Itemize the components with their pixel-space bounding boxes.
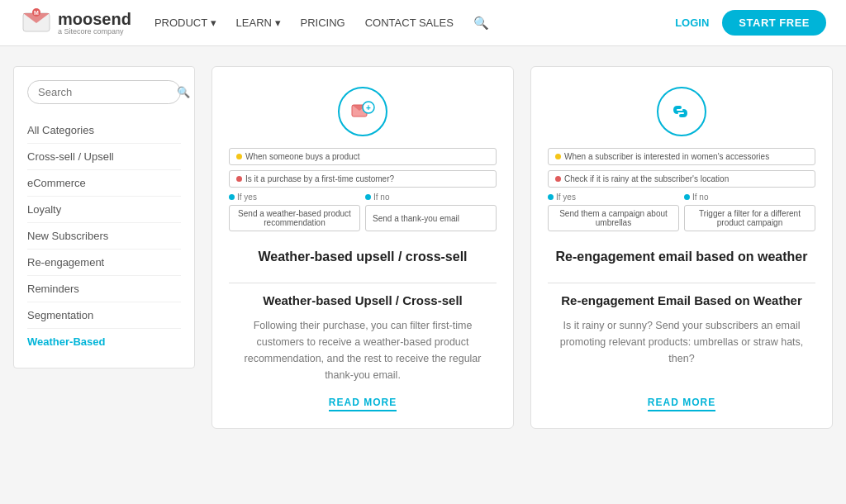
card-read-more-wrap-1: READ MORE [229, 383, 497, 411]
nav-links: PRODUCT ▾ LEARN ▾ PRICING CONTACT SALES … [154, 16, 675, 31]
nav-learn[interactable]: LEARN ▾ [236, 17, 281, 29]
search-input[interactable] [38, 86, 177, 98]
dot-yellow-2 [555, 154, 561, 159]
diag-bottom-yes-1: Send a weather-based product recommendat… [229, 205, 360, 231]
nav-product[interactable]: PRODUCT ▾ [154, 17, 216, 29]
diag-bottom-no-2: Trigger a filter for a different product… [684, 205, 815, 231]
diag-bottom-yes-2: Send them a campaign about umbrellas [548, 205, 679, 231]
logo-sub: a Sitecore company [58, 27, 131, 36]
dot-red-2 [555, 176, 561, 182]
category-all[interactable]: All Categories [27, 117, 181, 144]
link-icon [669, 99, 694, 124]
diag-box-top-1: When someone buys a product [229, 148, 497, 165]
dot-yellow-1 [236, 154, 242, 159]
card-divider-2 [548, 283, 815, 283]
category-ecommerce[interactable]: eCommerce [27, 170, 181, 197]
card-subtitle-1: Weather-based Upsell / Cross-sell [229, 292, 497, 309]
nav-pricing[interactable]: PRICING [301, 17, 345, 29]
card-subtitle-2: Re-engagement Email Based on Weather [548, 292, 815, 309]
card-diagram-1: + When someone buys a product Is it a pu… [229, 87, 497, 236]
diag-box-mid-1: Is it a purchase by a first-time custome… [229, 170, 497, 188]
logo[interactable]: M moosend a Sitecore company [20, 7, 131, 40]
category-new-subscribers[interactable]: New Subscribers [27, 223, 181, 250]
category-crosssell[interactable]: Cross-sell / Upsell [27, 144, 181, 170]
main-container: 🔍 All Categories Cross-sell / Upsell eCo… [0, 46, 846, 449]
logo-icon: M [20, 7, 53, 40]
diag-bottom-no-1: Send a thank-you email [365, 205, 497, 231]
branch-no-2: If no [684, 193, 815, 202]
sidebar: 🔍 All Categories Cross-sell / Upsell eCo… [13, 66, 195, 368]
branch-yes-1: If yes [229, 193, 360, 202]
navbar: M moosend a Sitecore company PRODUCT ▾ L… [0, 0, 846, 46]
card-desc-1: Following their purchase, you can filter… [229, 317, 497, 383]
letter-icon: + [350, 99, 375, 124]
category-weather[interactable]: Weather-Based [27, 329, 181, 354]
diag-box-top-2: When a subscriber is interested in women… [548, 148, 815, 165]
read-more-link-1[interactable]: READ MORE [329, 397, 397, 411]
branch-yes-2: If yes [548, 193, 679, 202]
diag-box-mid-2: Check if it is rainy at the subscriber's… [548, 170, 815, 188]
logo-text: moosend [58, 10, 131, 28]
card-diagram-boxes-1: When someone buys a product Is it a purc… [229, 148, 497, 236]
nav-right: LOGIN START FREE [675, 10, 826, 36]
card-title-1: Weather-based upsell / cross-sell [229, 248, 497, 266]
login-link[interactable]: LOGIN [675, 17, 709, 29]
start-free-button[interactable]: START FREE [722, 10, 826, 36]
card-divider-1 [229, 283, 497, 283]
category-list: All Categories Cross-sell / Upsell eComm… [27, 117, 181, 354]
cards-area: + When someone buys a product Is it a pu… [212, 66, 833, 429]
nav-contact[interactable]: CONTACT SALES [365, 17, 454, 29]
category-reminders[interactable]: Reminders [27, 276, 181, 302]
card-icon-2 [657, 87, 706, 136]
svg-text:M: M [34, 10, 39, 16]
card-title-2: Re-engagement email based on weather [548, 248, 815, 266]
read-more-link-2[interactable]: READ MORE [648, 397, 715, 411]
dot-red-1 [236, 176, 242, 182]
card-diagram-boxes-2: When a subscriber is interested in women… [548, 148, 815, 236]
card-icon-1: + [338, 87, 387, 136]
branch-no-1: If no [365, 193, 497, 202]
category-segmentation[interactable]: Segmentation [27, 302, 181, 329]
search-box[interactable]: 🔍 [27, 80, 181, 104]
card-read-more-wrap-2: READ MORE [548, 383, 815, 411]
card-desc-2: Is it rainy or sunny? Send your subscrib… [548, 317, 815, 383]
card-reengagement: When a subscriber is interested in women… [530, 66, 833, 429]
card-weather-upsell: + When someone buys a product Is it a pu… [212, 66, 514, 429]
category-reengagement[interactable]: Re-engagement [27, 250, 181, 276]
category-loyalty[interactable]: Loyalty [27, 197, 181, 223]
card-diagram-2: When a subscriber is interested in women… [548, 87, 815, 236]
search-icon: 🔍 [177, 86, 190, 98]
search-icon[interactable]: 🔍 [473, 16, 489, 31]
svg-text:+: + [366, 103, 371, 112]
